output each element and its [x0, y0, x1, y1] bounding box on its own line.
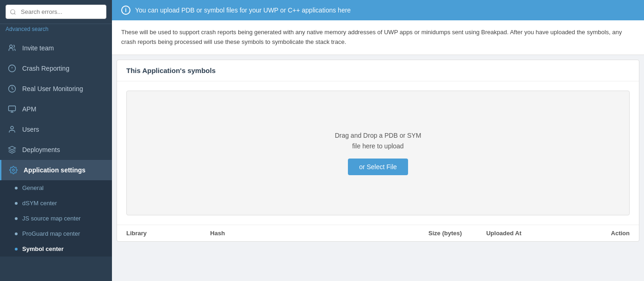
sidebar: Advanced search Invite team Crash Report…	[0, 0, 112, 281]
info-icon: i	[121, 6, 130, 15]
drop-zone-line1: Drag and Drop a PDB or SYM	[335, 130, 421, 140]
th-library: Library	[126, 230, 210, 237]
subnav-item-dsym[interactable]: dSYM center	[0, 195, 112, 211]
main-content: i You can upload PDB or symbol files for…	[112, 0, 644, 281]
subnav-item-symbol-center[interactable]: Symbol center	[0, 241, 112, 257]
users-icon	[7, 43, 17, 53]
sidebar-item-apm[interactable]: APM	[0, 99, 112, 119]
app-settings-subnav: General dSYM center JS source map center…	[0, 180, 112, 257]
sidebar-item-deployments[interactable]: Deployments	[0, 140, 112, 160]
drop-zone-line2: file here to upload	[335, 141, 421, 151]
apm-icon	[7, 104, 17, 114]
sidebar-label-users: Users	[22, 126, 39, 133]
subnav-dot-proguard	[15, 232, 18, 235]
table-header: Library Hash Size (bytes) Uploaded At Ac…	[117, 225, 639, 241]
sidebar-label-apm: APM	[22, 105, 36, 113]
user-icon	[7, 125, 17, 134]
sidebar-item-crash-reporting[interactable]: Crash Reporting	[0, 58, 112, 79]
subnav-label-dsym: dSYM center	[22, 200, 57, 207]
search-input[interactable]	[6, 5, 106, 19]
svg-point-0	[10, 45, 12, 48]
sidebar-item-users[interactable]: Users	[0, 119, 112, 140]
subnav-dot-general	[15, 187, 18, 189]
sidebar-nav: Invite team Crash Reporting Real User Mo…	[0, 36, 112, 281]
select-file-button[interactable]: or Select File	[348, 159, 408, 175]
th-uploaded: Uploaded At	[462, 230, 545, 237]
drop-zone-text: Drag and Drop a PDB or SYM file here to …	[335, 130, 421, 151]
sidebar-item-rum[interactable]: Real User Monitoring	[0, 79, 112, 99]
info-banner: i You can upload PDB or symbol files for…	[112, 0, 644, 20]
deploy-icon	[7, 145, 17, 154]
sidebar-label-deployments: Deployments	[22, 146, 60, 153]
subnav-label-general: General	[22, 184, 43, 191]
subnav-dot-js-source-map	[15, 217, 18, 220]
th-hash: Hash	[210, 230, 378, 237]
rum-icon	[7, 84, 17, 93]
subnav-item-general[interactable]: General	[0, 180, 112, 195]
drop-zone[interactable]: Drag and Drop a PDB or SYM file here to …	[126, 91, 630, 215]
th-action: Action	[546, 230, 630, 237]
subnav-label-symbol-center: Symbol center	[22, 245, 64, 252]
th-size: Size (bytes)	[378, 230, 462, 237]
symbols-title: This Application's symbols	[126, 67, 216, 74]
description-block: These will be used to support crash repo…	[112, 20, 644, 55]
subnav-item-js-source-map[interactable]: JS source map center	[0, 211, 112, 226]
banner-text: You can upload PDB or symbol files for y…	[135, 6, 351, 14]
sidebar-label-rum: Real User Monitoring	[22, 85, 83, 92]
subnav-label-js-source-map: JS source map center	[22, 215, 80, 222]
gear-icon	[9, 165, 18, 175]
sidebar-item-app-settings[interactable]: Application settings	[0, 160, 112, 180]
sidebar-label-invite-team: Invite team	[22, 44, 54, 52]
subnav-label-proguard: ProGuard map center	[22, 230, 80, 237]
sidebar-item-invite-team[interactable]: Invite team	[0, 38, 112, 58]
subnav-item-proguard[interactable]: ProGuard map center	[0, 226, 112, 241]
subnav-dot-symbol-center	[15, 248, 18, 250]
advanced-search-link[interactable]: Advanced search	[0, 24, 112, 36]
svg-point-8	[11, 126, 13, 129]
description-text: These will be used to support crash repo…	[121, 29, 622, 45]
sidebar-label-crash-reporting: Crash Reporting	[22, 65, 69, 72]
crash-icon	[7, 64, 17, 73]
svg-rect-5	[9, 106, 16, 111]
symbols-header: This Application's symbols	[117, 60, 639, 81]
sidebar-label-app-settings: Application settings	[24, 166, 86, 174]
svg-point-9	[12, 169, 15, 171]
subnav-dot-dsym	[15, 202, 18, 205]
symbols-section: This Application's symbols Drag and Drop…	[117, 60, 639, 242]
search-container	[0, 0, 112, 24]
